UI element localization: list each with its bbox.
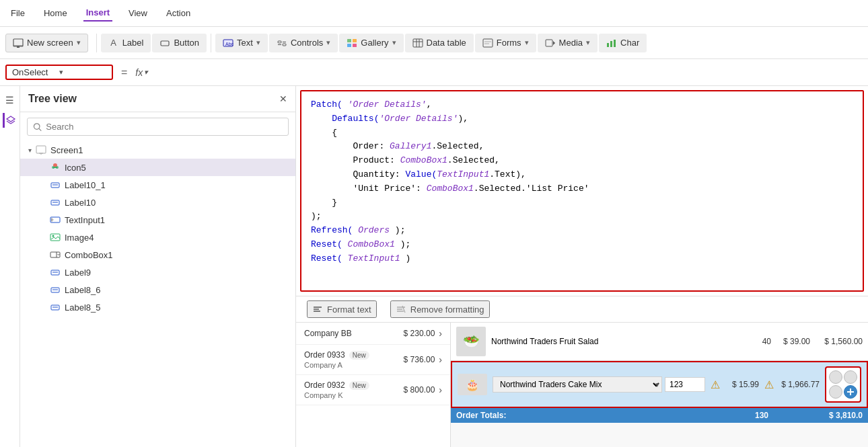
button-tool-button[interactable]: Button: [152, 34, 207, 52]
search-icon: [33, 122, 42, 132]
svg-point-45: [52, 235, 55, 237]
tree-item-label8-5[interactable]: Label8_5: [20, 298, 295, 316]
chart-text: Char: [620, 38, 639, 48]
action-buttons: [825, 366, 861, 403]
combobox-icon: [50, 249, 61, 260]
menu-action[interactable]: Action: [164, 5, 193, 21]
tree-item-label10[interactable]: Label10: [20, 194, 295, 211]
label8-6-text: Label8_6: [65, 285, 101, 295]
order-item-companybb[interactable]: Company BB $ 230.00 ›: [296, 323, 450, 345]
label-button[interactable]: A Label: [101, 34, 151, 52]
textinput1-text: TextInput1: [65, 215, 105, 225]
action-btn-3[interactable]: [829, 385, 842, 399]
sidebar-search-container[interactable]: [27, 118, 289, 136]
menu-insert[interactable]: Insert: [83, 5, 112, 22]
new-screen-button[interactable]: New screen ▾: [5, 34, 88, 52]
order-right-0933: $ 736.00 ›: [404, 354, 442, 365]
tree-item-combobox1[interactable]: ComboBox1: [20, 246, 295, 263]
order-item-0932[interactable]: Order 0932 New Company K $ 800.00 ›: [296, 375, 450, 405]
totals-label: Order Totals:: [456, 411, 742, 420]
totals-qty: 130: [742, 411, 768, 420]
code-line-2: Defaults('Order Details'),: [311, 112, 853, 126]
tree-item-icon5[interactable]: Icon5: [20, 159, 295, 176]
code-line-9: );: [311, 210, 853, 224]
action-btn-4[interactable]: [844, 385, 857, 399]
code-line-12: Reset( TextInput1 ): [311, 252, 853, 266]
label10-1-text: Label10_1: [65, 180, 106, 190]
order-0933-company: Company A: [304, 361, 369, 369]
tree-item-image4[interactable]: Image4: [20, 229, 295, 246]
svg-rect-24: [610, 41, 612, 47]
svg-text:Abc: Abc: [225, 42, 233, 46]
order-companybb-chevron-icon: ›: [439, 328, 442, 339]
tree-item-textinput1[interactable]: TextInput1: [20, 211, 295, 229]
menu-file[interactable]: File: [8, 5, 28, 21]
menu-home[interactable]: Home: [41, 5, 70, 21]
label9-icon: [50, 267, 61, 278]
code-editor[interactable]: Patch( 'Order Details', Defaults('Order …: [300, 90, 864, 292]
order-totals-row: Order Totals: 130 $ 3,810.0: [451, 408, 868, 423]
media-button[interactable]: Media ▾: [538, 34, 598, 52]
hamburger-icon[interactable]: ☰: [3, 93, 17, 108]
action-btn-1[interactable]: [829, 370, 842, 384]
gallery-button[interactable]: Gallery ▾: [339, 34, 403, 52]
controls-button-text: Controls: [291, 38, 323, 48]
sidebar-header: Tree view ✕: [20, 86, 295, 112]
new-screen-chevron-icon: ▾: [77, 38, 81, 47]
svg-rect-0: [13, 39, 23, 46]
svg-rect-21: [546, 40, 552, 46]
order-right-companybb: $ 230.00 ›: [404, 328, 442, 339]
formula-selector[interactable]: OnSelect ▾: [5, 65, 113, 80]
search-input[interactable]: [46, 122, 283, 132]
toolbar-sep-1: [96, 34, 97, 52]
label8-5-text: Label8_5: [65, 302, 101, 313]
top-total: $ 1,560.00: [816, 337, 863, 346]
menu-view[interactable]: View: [126, 5, 150, 21]
order-0933-chevron-icon: ›: [439, 354, 442, 365]
svg-marker-26: [7, 116, 15, 122]
svg-rect-2: [17, 46, 20, 48]
tree-item-label9[interactable]: Label9: [20, 263, 295, 281]
label-icon: A: [108, 38, 119, 48]
sidebar: Tree view ✕ ▾ Screen1: [20, 86, 296, 447]
top-product-row: 🥗 Northwind Traders Fruit Salad 40 $ 39.…: [451, 323, 868, 361]
order-item-0933[interactable]: Order 0933 New Company A $ 736.00 ›: [296, 345, 450, 375]
controls-icon: [277, 38, 287, 48]
tree-item-label10-1[interactable]: Label10_1: [20, 176, 295, 194]
data-table-button[interactable]: Data table: [405, 34, 474, 52]
sidebar-close-icon[interactable]: ✕: [279, 93, 287, 104]
remove-formatting-label: Remove formatting: [410, 304, 484, 315]
gallery-button-text: Gallery: [361, 38, 388, 48]
qty-input[interactable]: [665, 377, 705, 392]
format-text-button[interactable]: Format text: [307, 300, 377, 318]
tree-arrow-screen1: ▾: [28, 147, 32, 154]
image4-text: Image4: [65, 233, 94, 243]
code-line-8: }: [311, 196, 853, 210]
remove-formatting-button[interactable]: Remove formatting: [390, 300, 490, 318]
code-line-5: Product: ComboBox1.Selected,: [311, 154, 853, 168]
controls-button[interactable]: Controls ▾: [269, 34, 338, 52]
text-button[interactable]: Abc Text ▾: [215, 34, 268, 52]
tree-item-label8-6[interactable]: Label8_6: [20, 281, 295, 298]
top-price: $ 39.00: [776, 337, 810, 346]
tree-item-screen1[interactable]: ▾ Screen1: [20, 141, 295, 159]
orders-list: Company BB $ 230.00 › Order 0933 New C: [296, 323, 451, 447]
svg-rect-3: [161, 41, 169, 46]
left-panel-toggle: ☰: [0, 86, 20, 447]
main-area: ☰ Tree view ✕ ▾: [0, 86, 868, 447]
svg-rect-11: [353, 39, 357, 42]
chart-button[interactable]: Char: [599, 34, 647, 52]
media-text: Media: [559, 38, 583, 48]
action-btn-2[interactable]: [844, 370, 857, 384]
svg-rect-25: [614, 40, 616, 47]
layers-icon[interactable]: [3, 113, 17, 128]
screen1-label: Screen1: [50, 145, 83, 155]
textinput-icon: [50, 214, 61, 225]
product-select-chevron-icon: ▾: [655, 380, 659, 389]
order-left-0932: Order 0932 New Company K: [304, 380, 369, 399]
label8-6-icon: [50, 284, 61, 295]
code-line-7: 'Unit Price': ComboBox1.Selected.'List P…: [311, 182, 853, 196]
forms-button[interactable]: Forms ▾: [475, 34, 536, 52]
product-select[interactable]: Northwind Traders Cake Mix: [493, 376, 662, 393]
top-product-info: Northwind Traders Fruit Salad: [491, 337, 746, 346]
